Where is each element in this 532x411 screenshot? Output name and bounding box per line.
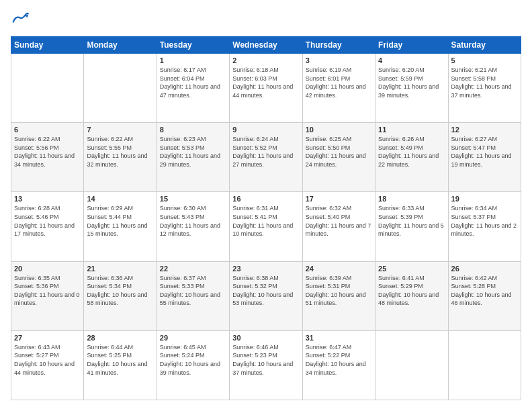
day-number: 24 xyxy=(306,265,372,273)
day-number: 5 xyxy=(451,56,518,64)
calendar-cell: 9Sunrise: 6:24 AMSunset: 5:52 PMDaylight… xyxy=(230,123,302,192)
day-info: Sunrise: 6:22 AMSunset: 5:56 PMDaylight:… xyxy=(14,135,81,169)
logo-icon xyxy=(11,11,30,30)
calendar-cell: 25Sunrise: 6:41 AMSunset: 5:29 PMDayligh… xyxy=(375,261,448,330)
day-number: 3 xyxy=(306,56,372,64)
calendar-cell: 27Sunrise: 6:43 AMSunset: 5:27 PMDayligh… xyxy=(11,330,84,400)
day-number: 11 xyxy=(378,126,445,134)
logo xyxy=(11,11,32,30)
calendar-cell: 18Sunrise: 6:33 AMSunset: 5:39 PMDayligh… xyxy=(375,192,448,261)
day-info: Sunrise: 6:38 AMSunset: 5:32 PMDaylight:… xyxy=(232,274,299,308)
day-info: Sunrise: 6:32 AMSunset: 5:40 PMDaylight:… xyxy=(306,204,372,238)
calendar-cell xyxy=(375,330,448,400)
day-info: Sunrise: 6:43 AMSunset: 5:27 PMDaylight:… xyxy=(14,343,81,377)
day-info: Sunrise: 6:17 AMSunset: 6:04 PMDaylight:… xyxy=(160,66,226,99)
day-number: 7 xyxy=(87,126,153,134)
calendar-cell: 16Sunrise: 6:31 AMSunset: 5:41 PMDayligh… xyxy=(230,192,302,261)
day-info: Sunrise: 6:29 AMSunset: 5:44 PMDaylight:… xyxy=(87,204,153,238)
day-number: 31 xyxy=(306,334,372,342)
calendar-week-5: 27Sunrise: 6:43 AMSunset: 5:27 PMDayligh… xyxy=(11,330,521,400)
calendar-body: 1Sunrise: 6:17 AMSunset: 6:04 PMDaylight… xyxy=(11,54,521,400)
calendar-cell: 4Sunrise: 6:20 AMSunset: 5:59 PMDaylight… xyxy=(375,54,448,123)
day-info: Sunrise: 6:36 AMSunset: 5:34 PMDaylight:… xyxy=(87,274,153,308)
calendar-cell: 20Sunrise: 6:35 AMSunset: 5:36 PMDayligh… xyxy=(11,261,84,330)
day-number: 13 xyxy=(14,195,81,203)
calendar-cell: 12Sunrise: 6:27 AMSunset: 5:47 PMDayligh… xyxy=(448,123,521,192)
day-info: Sunrise: 6:25 AMSunset: 5:50 PMDaylight:… xyxy=(306,135,372,169)
calendar-cell: 5Sunrise: 6:21 AMSunset: 5:58 PMDaylight… xyxy=(448,54,521,123)
day-number: 14 xyxy=(87,195,153,203)
day-number: 8 xyxy=(160,126,226,134)
calendar-cell: 15Sunrise: 6:30 AMSunset: 5:43 PMDayligh… xyxy=(157,192,229,261)
day-info: Sunrise: 6:37 AMSunset: 5:33 PMDaylight:… xyxy=(160,274,226,308)
day-info: Sunrise: 6:19 AMSunset: 6:01 PMDaylight:… xyxy=(306,66,372,99)
day-number: 1 xyxy=(160,56,226,64)
calendar-cell: 2Sunrise: 6:18 AMSunset: 6:03 PMDaylight… xyxy=(230,54,302,123)
weekday-header-saturday: Saturday xyxy=(448,37,521,54)
day-number: 6 xyxy=(14,126,81,134)
day-number: 2 xyxy=(232,56,299,64)
day-number: 17 xyxy=(306,195,372,203)
calendar-cell: 17Sunrise: 6:32 AMSunset: 5:40 PMDayligh… xyxy=(302,192,375,261)
calendar-cell: 3Sunrise: 6:19 AMSunset: 6:01 PMDaylight… xyxy=(302,54,375,123)
page-container: SundayMondayTuesdayWednesdayThursdayFrid… xyxy=(0,0,532,411)
calendar-header: SundayMondayTuesdayWednesdayThursdayFrid… xyxy=(11,37,521,54)
weekday-header-sunday: Sunday xyxy=(11,37,84,54)
day-number: 4 xyxy=(378,56,445,64)
day-number: 12 xyxy=(451,126,518,134)
day-number: 25 xyxy=(378,265,445,273)
calendar-cell: 14Sunrise: 6:29 AMSunset: 5:44 PMDayligh… xyxy=(84,192,157,261)
day-number: 26 xyxy=(451,265,518,273)
day-info: Sunrise: 6:41 AMSunset: 5:29 PMDaylight:… xyxy=(378,274,445,308)
day-number: 10 xyxy=(306,126,372,134)
calendar-cell xyxy=(11,54,84,123)
weekday-header-monday: Monday xyxy=(84,37,157,54)
calendar-cell: 30Sunrise: 6:46 AMSunset: 5:23 PMDayligh… xyxy=(230,330,302,400)
day-info: Sunrise: 6:31 AMSunset: 5:41 PMDaylight:… xyxy=(232,204,299,238)
day-number: 9 xyxy=(232,126,299,134)
weekday-header-thursday: Thursday xyxy=(302,37,375,54)
calendar-cell: 6Sunrise: 6:22 AMSunset: 5:56 PMDaylight… xyxy=(11,123,84,192)
day-info: Sunrise: 6:34 AMSunset: 5:37 PMDaylight:… xyxy=(451,204,518,238)
day-info: Sunrise: 6:21 AMSunset: 5:58 PMDaylight:… xyxy=(451,66,518,99)
calendar-cell: 21Sunrise: 6:36 AMSunset: 5:34 PMDayligh… xyxy=(84,261,157,330)
page-header xyxy=(11,11,521,30)
calendar-cell: 11Sunrise: 6:26 AMSunset: 5:49 PMDayligh… xyxy=(375,123,448,192)
day-info: Sunrise: 6:26 AMSunset: 5:49 PMDaylight:… xyxy=(378,135,445,169)
day-info: Sunrise: 6:42 AMSunset: 5:28 PMDaylight:… xyxy=(451,274,518,308)
calendar-table: SundayMondayTuesdayWednesdayThursdayFrid… xyxy=(11,36,521,400)
day-number: 21 xyxy=(87,265,153,273)
calendar-cell: 28Sunrise: 6:44 AMSunset: 5:25 PMDayligh… xyxy=(84,330,157,400)
calendar-cell: 19Sunrise: 6:34 AMSunset: 5:37 PMDayligh… xyxy=(448,192,521,261)
day-info: Sunrise: 6:33 AMSunset: 5:39 PMDaylight:… xyxy=(378,204,445,238)
day-number: 18 xyxy=(378,195,445,203)
calendar-week-2: 6Sunrise: 6:22 AMSunset: 5:56 PMDaylight… xyxy=(11,123,521,192)
day-info: Sunrise: 6:27 AMSunset: 5:47 PMDaylight:… xyxy=(451,135,518,169)
day-number: 28 xyxy=(87,334,153,342)
weekday-header-tuesday: Tuesday xyxy=(157,37,229,54)
day-number: 27 xyxy=(14,334,81,342)
day-info: Sunrise: 6:30 AMSunset: 5:43 PMDaylight:… xyxy=(160,204,226,238)
calendar-week-3: 13Sunrise: 6:28 AMSunset: 5:46 PMDayligh… xyxy=(11,192,521,261)
day-number: 20 xyxy=(14,265,81,273)
calendar-week-1: 1Sunrise: 6:17 AMSunset: 6:04 PMDaylight… xyxy=(11,54,521,123)
day-info: Sunrise: 6:46 AMSunset: 5:23 PMDaylight:… xyxy=(232,343,299,377)
day-info: Sunrise: 6:18 AMSunset: 6:03 PMDaylight:… xyxy=(232,66,299,99)
calendar-cell: 31Sunrise: 6:47 AMSunset: 5:22 PMDayligh… xyxy=(302,330,375,400)
day-number: 16 xyxy=(232,195,299,203)
day-info: Sunrise: 6:23 AMSunset: 5:53 PMDaylight:… xyxy=(160,135,226,169)
calendar-cell: 24Sunrise: 6:39 AMSunset: 5:31 PMDayligh… xyxy=(302,261,375,330)
calendar-cell xyxy=(84,54,157,123)
day-info: Sunrise: 6:47 AMSunset: 5:22 PMDaylight:… xyxy=(306,343,372,377)
day-info: Sunrise: 6:39 AMSunset: 5:31 PMDaylight:… xyxy=(306,274,372,308)
day-info: Sunrise: 6:45 AMSunset: 5:24 PMDaylight:… xyxy=(160,343,226,377)
day-info: Sunrise: 6:35 AMSunset: 5:36 PMDaylight:… xyxy=(14,274,81,308)
day-info: Sunrise: 6:20 AMSunset: 5:59 PMDaylight:… xyxy=(378,66,445,99)
weekday-header-wednesday: Wednesday xyxy=(230,37,302,54)
calendar-cell: 1Sunrise: 6:17 AMSunset: 6:04 PMDaylight… xyxy=(157,54,229,123)
day-number: 23 xyxy=(232,265,299,273)
day-number: 15 xyxy=(160,195,226,203)
calendar-cell: 22Sunrise: 6:37 AMSunset: 5:33 PMDayligh… xyxy=(157,261,229,330)
day-info: Sunrise: 6:28 AMSunset: 5:46 PMDaylight:… xyxy=(14,204,81,238)
calendar-cell: 26Sunrise: 6:42 AMSunset: 5:28 PMDayligh… xyxy=(448,261,521,330)
